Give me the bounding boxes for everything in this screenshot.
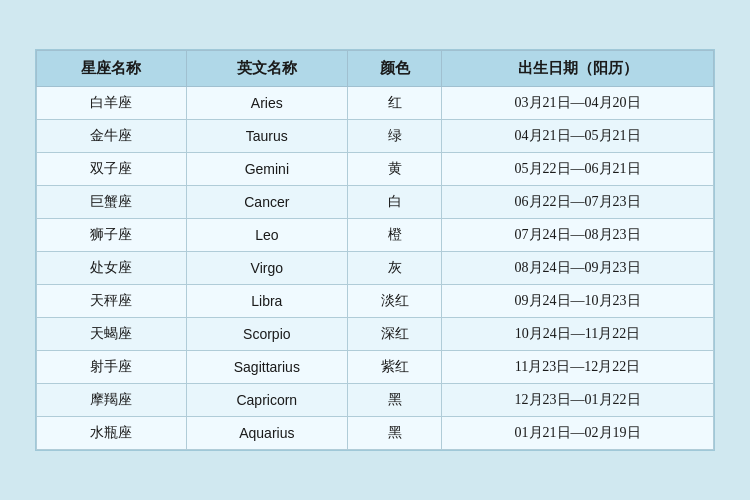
cell-chinese-name: 狮子座 (37, 219, 187, 252)
cell-chinese-name: 天秤座 (37, 285, 187, 318)
table-row: 金牛座Taurus绿04月21日—05月21日 (37, 120, 714, 153)
cell-dates: 07月24日—08月23日 (442, 219, 714, 252)
cell-color: 绿 (347, 120, 441, 153)
cell-color: 灰 (347, 252, 441, 285)
table-header-row: 星座名称 英文名称 颜色 出生日期（阳历） (37, 51, 714, 87)
cell-chinese-name: 白羊座 (37, 87, 187, 120)
cell-english-name: Gemini (186, 153, 347, 186)
cell-dates: 11月23日—12月22日 (442, 351, 714, 384)
cell-english-name: Capricorn (186, 384, 347, 417)
cell-color: 淡红 (347, 285, 441, 318)
cell-english-name: Sagittarius (186, 351, 347, 384)
header-chinese-name: 星座名称 (37, 51, 187, 87)
cell-color: 橙 (347, 219, 441, 252)
cell-dates: 09月24日—10月23日 (442, 285, 714, 318)
cell-dates: 01月21日—02月19日 (442, 417, 714, 450)
cell-color: 黑 (347, 417, 441, 450)
table-row: 水瓶座Aquarius黑01月21日—02月19日 (37, 417, 714, 450)
cell-dates: 08月24日—09月23日 (442, 252, 714, 285)
cell-dates: 06月22日—07月23日 (442, 186, 714, 219)
table-row: 射手座Sagittarius紫红11月23日—12月22日 (37, 351, 714, 384)
header-english-name: 英文名称 (186, 51, 347, 87)
cell-chinese-name: 处女座 (37, 252, 187, 285)
header-color: 颜色 (347, 51, 441, 87)
cell-english-name: Virgo (186, 252, 347, 285)
cell-color: 黑 (347, 384, 441, 417)
cell-color: 白 (347, 186, 441, 219)
table-row: 摩羯座Capricorn黑12月23日—01月22日 (37, 384, 714, 417)
zodiac-table-container: 星座名称 英文名称 颜色 出生日期（阳历） 白羊座Aries红03月21日—04… (35, 49, 715, 451)
cell-chinese-name: 双子座 (37, 153, 187, 186)
cell-chinese-name: 摩羯座 (37, 384, 187, 417)
header-dates: 出生日期（阳历） (442, 51, 714, 87)
table-row: 巨蟹座Cancer白06月22日—07月23日 (37, 186, 714, 219)
cell-english-name: Scorpio (186, 318, 347, 351)
table-row: 双子座Gemini黄05月22日—06月21日 (37, 153, 714, 186)
cell-dates: 10月24日—11月22日 (442, 318, 714, 351)
cell-chinese-name: 射手座 (37, 351, 187, 384)
cell-dates: 12月23日—01月22日 (442, 384, 714, 417)
cell-chinese-name: 天蝎座 (37, 318, 187, 351)
table-row: 处女座Virgo灰08月24日—09月23日 (37, 252, 714, 285)
cell-dates: 05月22日—06月21日 (442, 153, 714, 186)
cell-dates: 04月21日—05月21日 (442, 120, 714, 153)
cell-color: 紫红 (347, 351, 441, 384)
cell-chinese-name: 水瓶座 (37, 417, 187, 450)
zodiac-table: 星座名称 英文名称 颜色 出生日期（阳历） 白羊座Aries红03月21日—04… (36, 50, 714, 450)
table-row: 天秤座Libra淡红09月24日—10月23日 (37, 285, 714, 318)
cell-english-name: Libra (186, 285, 347, 318)
cell-chinese-name: 金牛座 (37, 120, 187, 153)
cell-color: 黄 (347, 153, 441, 186)
cell-english-name: Taurus (186, 120, 347, 153)
cell-english-name: Aquarius (186, 417, 347, 450)
cell-color: 红 (347, 87, 441, 120)
table-row: 狮子座Leo橙07月24日—08月23日 (37, 219, 714, 252)
table-row: 天蝎座Scorpio深红10月24日—11月22日 (37, 318, 714, 351)
table-row: 白羊座Aries红03月21日—04月20日 (37, 87, 714, 120)
cell-color: 深红 (347, 318, 441, 351)
cell-english-name: Cancer (186, 186, 347, 219)
cell-english-name: Aries (186, 87, 347, 120)
table-body: 白羊座Aries红03月21日—04月20日金牛座Taurus绿04月21日—0… (37, 87, 714, 450)
cell-english-name: Leo (186, 219, 347, 252)
cell-chinese-name: 巨蟹座 (37, 186, 187, 219)
cell-dates: 03月21日—04月20日 (442, 87, 714, 120)
